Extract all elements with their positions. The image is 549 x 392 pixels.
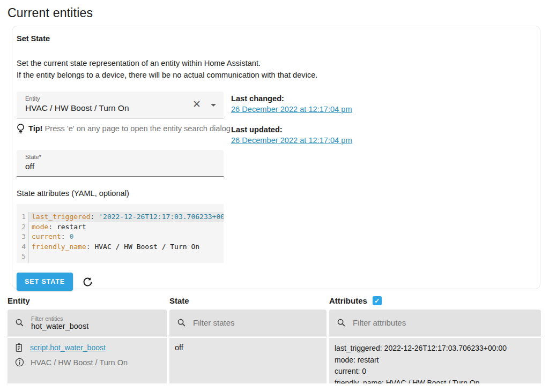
tip-bold: Tip! — [28, 124, 42, 133]
editor-line[interactable]: friendly_name: HVAC / HW Boost / Turn On — [29, 242, 224, 252]
entity-id-link[interactable]: script.hot_water_boost — [30, 343, 106, 352]
entity-cell: script.hot_water_boost HVAC / HW Boost /… — [8, 338, 167, 383]
filter-entities-box[interactable]: Filter entities — [8, 310, 167, 336]
table-row: script.hot_water_boost HVAC / HW Boost /… — [8, 338, 541, 383]
page-title: Current entities — [8, 6, 549, 20]
column-header-entity: Entity — [8, 296, 167, 305]
attributes-cell: last_triggered: 2022-12-26T12:17:03.7062… — [329, 338, 541, 383]
last-updated-label: Last updated: — [231, 125, 352, 134]
search-icon — [337, 318, 346, 327]
entities-table: Entity State Attributes ✓ Filter entitie… — [8, 296, 541, 383]
state-attributes-label: State attributes (YAML, optional) — [17, 189, 536, 198]
refresh-icon[interactable] — [82, 276, 93, 288]
card-description: Set the current state representation of … — [17, 57, 536, 81]
set-state-card: Set State Set the current state represen… — [12, 26, 540, 289]
entity-field-value: HVAC / HW Boost / Turn On — [25, 103, 217, 113]
editor-line-numbers: 1 2 3 4 5 — [17, 212, 29, 263]
yaml-editor[interactable]: 1 2 3 4 5 last_triggered: '2022-12-26T12… — [17, 204, 224, 263]
clear-icon[interactable]: ✕ — [192, 99, 201, 110]
filter-states-input[interactable] — [193, 319, 311, 327]
last-changed-label: Last changed: — [231, 94, 352, 103]
clipboard-copy-icon[interactable] — [15, 343, 24, 352]
last-updated-link[interactable]: 26 December 2022 at 12:17:04 pm — [231, 136, 352, 145]
filter-attributes-input[interactable] — [353, 319, 471, 327]
filter-entities-label: Filter entities — [31, 315, 149, 322]
column-header-attributes: Attributes ✓ — [329, 296, 541, 305]
tip-text: Press 'e' on any page to open the entity… — [45, 124, 231, 133]
info-icon[interactable] — [15, 358, 24, 367]
column-header-state: State — [169, 296, 327, 305]
filter-attributes-box[interactable] — [329, 310, 541, 336]
card-title: Set State — [17, 34, 536, 43]
editor-line[interactable]: mode: restart — [29, 222, 224, 232]
entity-field-label: Entity — [25, 95, 217, 102]
dropdown-caret-icon[interactable] — [211, 104, 216, 107]
editor-line[interactable] — [29, 252, 224, 262]
state-field[interactable]: State* off — [17, 150, 224, 177]
filter-states-box[interactable] — [169, 310, 327, 336]
last-changed-link[interactable]: 26 December 2022 at 12:17:04 pm — [231, 105, 352, 114]
search-icon — [15, 318, 24, 327]
state-cell: off — [169, 338, 327, 383]
entity-meta: Last changed: 26 December 2022 at 12:17:… — [231, 94, 352, 145]
entity-field[interactable]: Entity HVAC / HW Boost / Turn On ✕ — [17, 92, 224, 118]
checkbox-checked-icon[interactable]: ✓ — [373, 296, 382, 305]
state-field-label: State* — [25, 154, 217, 160]
editor-line[interactable]: last_triggered: '2022-12-26T12:17:03.706… — [29, 212, 224, 222]
editor-line[interactable]: current: 0 — [29, 232, 224, 242]
state-field-value: off — [25, 162, 217, 171]
editor-code[interactable]: last_triggered: '2022-12-26T12:17:03.706… — [29, 212, 224, 263]
filter-entities-input[interactable] — [31, 322, 149, 330]
set-state-button[interactable]: SET STATE — [17, 273, 73, 291]
card-description-line2: If the entity belongs to a device, there… — [17, 69, 536, 81]
card-description-line1: Set the current state representation of … — [17, 57, 536, 69]
lightbulb-icon — [17, 123, 25, 134]
search-icon — [177, 318, 186, 327]
entity-friendly-name: HVAC / HW Boost / Turn On — [31, 358, 128, 367]
